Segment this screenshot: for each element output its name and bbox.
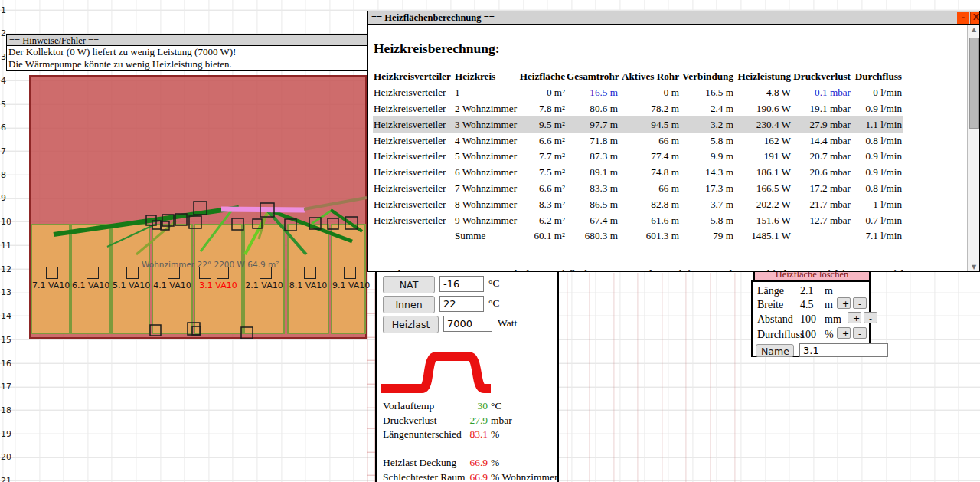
table-cell: 0.9 l/min [851,103,903,115]
heating-surface-3.1[interactable]: 3.1 VA10 [194,224,243,334]
table-header-row: HeizkreisverteilerHeizkreisHeizflächeGes… [373,69,903,85]
table-cell: 7.8 m² [518,103,566,115]
table-row[interactable]: Heizkreisverteiler5 Wohnzimmer7.7 m²87.3… [373,149,903,165]
table-cell: Heizkreisverteiler [373,150,454,162]
canvas-pink-grid-strip [368,273,375,482]
page-title: Heizkreisberechnung: [374,41,500,57]
surface-name-input[interactable] [799,343,888,357]
table-cell: 5.8 m [680,215,734,227]
name-button[interactable]: Name [756,344,794,357]
result-stats-top: Vorlauftemp30°CDruckverlust27.9mbarLänge… [383,399,556,442]
table-cell: 2.4 m [680,103,734,115]
increment-button[interactable]: + [837,327,851,339]
heating-surface-2.1[interactable]: 2.1 VA10 [243,224,285,334]
stat-label: Druckverlust [383,415,462,427]
table-cell: 80.6 m [566,103,619,115]
surface-anchor-square[interactable] [304,267,316,279]
surface-label: 7.1 VA10 [32,280,69,290]
nat-button[interactable]: NAT [383,276,435,293]
table-cell: 5 Wohnzimmer [454,150,518,162]
table-cell: 202.2 W [734,198,792,211]
table-cell: 19.1 mbar [792,103,851,115]
result-stats-bottom: Heizlast Deckung66.9%Schlechtester Raum6… [383,456,556,482]
heating-surface-5.1[interactable]: 5.1 VA10 [111,224,150,334]
surface-anchor-square[interactable] [46,267,58,279]
column-header: Druckverlust [792,70,851,83]
table-row[interactable]: Heizkreisverteiler9 Wohnzimmer6.2 m²67.4… [373,212,903,228]
increment-button[interactable]: + [848,312,861,323]
table-row[interactable]: Heizkreisverteiler10 m²16.5 m0 m16.5 m4.… [373,85,903,101]
table-row[interactable]: Heizkreisverteiler7 Wohnzimmer6.6 m²83.3… [373,181,903,197]
grid-row-number: 4 [1,76,6,86]
heating-surface-4.1[interactable]: 4.1 VA10 [152,224,193,334]
table-cell: 27.9 mbar [792,119,851,131]
innen-button[interactable]: Innen [383,296,435,313]
stat-label: Vorlauftemp [383,400,462,412]
grid-row-number: 13 [1,287,11,297]
surface-anchor-square[interactable] [87,267,99,279]
table-cell: 74.8 m [619,166,680,179]
table-cell: 0 m [619,87,680,99]
table-cell: 82.8 m [619,198,680,211]
table-cell: 17.3 m [680,182,734,195]
field-label: Länge [757,285,800,297]
table-cell: 0.9 l/min [851,150,903,162]
table-cell: 7.7 m² [518,150,566,162]
innen-input[interactable] [439,296,484,312]
hints-window-titlebar[interactable]: == Hinweise/Fehler == [6,34,368,46]
table-cell: 1 [454,87,518,99]
grid-row-number: 18 [1,405,11,415]
minimize-button[interactable]: - [957,12,969,24]
field-unit: m [825,285,833,297]
table-row[interactable]: Summe60.1 m²680.3 m601.3 m79 m1485.1 W7.… [373,228,903,244]
table-cell: 9.5 m² [518,119,566,131]
window-titlebar[interactable]: == Heizflächenberechnung == - X [368,11,979,25]
heizlast-button[interactable]: Heizlast [383,316,439,333]
field-unit: % [825,329,834,340]
table-cell: 16.5 m [680,87,734,99]
decrement-button[interactable]: - [853,327,867,339]
table-cell: 77.4 m [619,150,680,162]
heating-surface-8.1[interactable]: 8.1 VA10 [287,224,329,334]
scroll-up-icon[interactable]: ▲ [968,25,980,35]
table-cell: 89.1 m [566,166,619,179]
increment-button[interactable]: + [837,297,851,309]
scroll-down-icon[interactable]: ▼ [968,262,980,272]
table-cell: Heizkreisverteiler [373,135,454,147]
table-row[interactable]: Heizkreisverteiler4 Wohnzimmer6.6 m²71.8… [373,133,903,149]
table-row[interactable]: Heizkreisverteiler3 Wohnzimmer9.5 m²97.7… [373,116,903,133]
close-button[interactable]: X [970,12,980,24]
surface-label: 4.1 VA10 [153,280,191,290]
nat-input[interactable] [439,276,484,292]
heizlast-input[interactable] [443,316,492,332]
table-cell: 16.5 m [566,87,619,99]
table-cell: Heizkreisverteiler [373,87,454,99]
decrement-button[interactable]: - [853,297,867,309]
scrollbar-thumb[interactable] [969,38,979,129]
table-row[interactable]: Heizkreisverteiler6 Wohnzimmer7.5 m²89.1… [373,165,903,181]
table-row[interactable]: Heizkreisverteiler8 Wohnzimmer8.3 m²86.5… [373,196,903,212]
heating-surface-9.1[interactable]: 9.1 VA10 [331,224,366,334]
vertical-scrollbar[interactable]: ▲ ▼ [967,25,980,272]
table-cell: Heizkreisverteiler [373,166,454,179]
surface-label: 2.1 VA10 [245,280,283,290]
table-cell: 162 W [734,135,792,147]
stat-row: Längenunterschied83.1% [383,428,556,442]
innen-unit: °C [488,297,499,310]
stat-row: Vorlauftemp30°C [383,399,556,414]
table-cell: Heizkreisverteiler [373,103,454,115]
table-cell: 680.3 m [566,230,619,242]
heating-surface-7.1[interactable]: 7.1 VA10 [31,224,70,334]
decrement-button[interactable]: - [864,312,877,323]
field-value: 100 [800,313,825,326]
grid-row-number: 15 [1,335,11,345]
table-cell: 0.8 l/min [851,135,903,147]
grid-row-number: 7 [1,146,6,156]
field-label: Durchfluss [757,329,800,341]
surface-anchor-square[interactable] [126,267,139,279]
surface-anchor-square[interactable] [344,267,356,279]
heating-surface-6.1[interactable]: 6.1 VA10 [70,224,111,334]
table-row[interactable]: Heizkreisverteiler2 Wohnzimmer7.8 m²80.6… [373,101,903,117]
field-unit: mm [825,313,841,325]
column-header: Heizkreisverteiler [373,70,454,83]
